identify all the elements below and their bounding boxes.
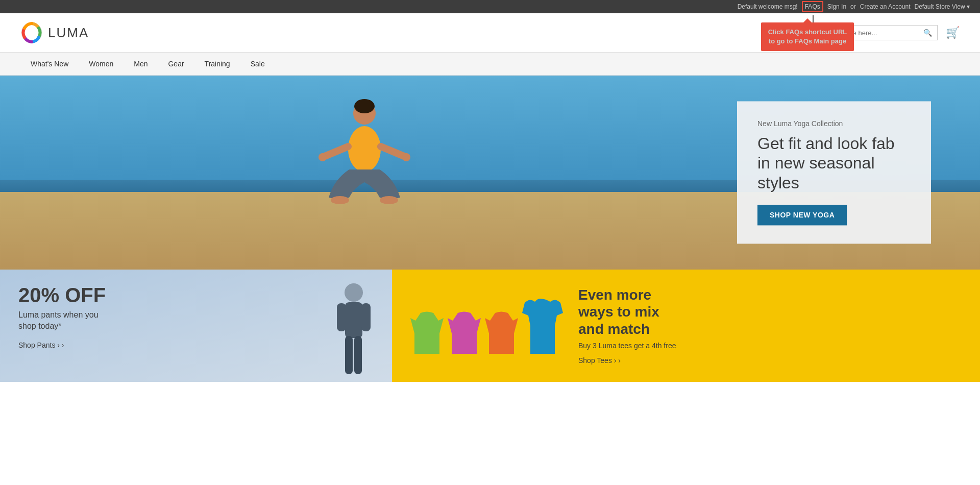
promo-discount: 20% OFF [18, 285, 374, 305]
hero-card: New Luma Yoga Collection Get fit and loo… [737, 101, 931, 244]
shop-pants-link[interactable]: Shop Pants › [18, 341, 64, 349]
tooltip-arrow [803, 18, 812, 22]
tee-green [410, 308, 444, 354]
svg-point-7 [402, 153, 410, 161]
tee-blue-tank [522, 298, 563, 354]
nav-item-men[interactable]: Men [124, 53, 158, 75]
sign-in-link[interactable]: Sign In [827, 3, 846, 10]
svg-rect-14 [345, 336, 353, 374]
promo-left-text: Luma pants when youshop today* [18, 309, 374, 332]
svg-point-10 [345, 283, 363, 302]
svg-line-5 [381, 147, 405, 157]
tee-magenta [448, 308, 481, 354]
svg-rect-13 [361, 303, 371, 331]
svg-rect-19 [530, 326, 555, 354]
svg-point-2 [354, 99, 375, 113]
svg-rect-17 [452, 333, 477, 354]
promo-right-subtitle: Buy 3 Luma tees get a 4th free [578, 342, 962, 350]
svg-point-8 [331, 196, 349, 204]
shop-yoga-button[interactable]: Shop New Yoga [757, 205, 847, 226]
promo-right-title: Even moreways to mixand match [578, 286, 962, 338]
man-figure [331, 280, 377, 382]
search-icon[interactable]: 🔍 [923, 29, 932, 37]
promo-right: Even moreways to mixand match Buy 3 Luma… [392, 270, 980, 382]
tooltip-text: Click FAQs shortcut URLto go to FAQs Mai… [768, 28, 847, 45]
tee-orange [485, 308, 518, 354]
shop-tees-link[interactable]: Shop Tees › [578, 356, 621, 365]
top-bar: Default welcome msg! FAQs Click FAQs sho… [0, 0, 980, 13]
svg-point-9 [380, 196, 398, 204]
faqs-tooltip-container: FAQs Click FAQs shortcut URLto go to FAQ… [802, 3, 823, 10]
logo-text: LUMA [48, 25, 89, 41]
or-separator: or [850, 3, 856, 10]
logo[interactable]: LUMA [20, 21, 89, 44]
nav-item-sale[interactable]: Sale [240, 53, 275, 75]
svg-rect-16 [414, 333, 439, 354]
svg-point-3 [348, 126, 381, 172]
nav-item-whats-new[interactable]: What's New [20, 53, 79, 75]
promo-right-text: Even moreways to mixand match Buy 3 Luma… [578, 286, 962, 366]
welcome-message: Default welcome msg! [738, 3, 798, 10]
svg-line-4 [324, 147, 348, 157]
hero-subtitle: New Luma Yoga Collection [757, 119, 911, 128]
logo-icon [20, 21, 43, 44]
promo-left: 20% OFF Luma pants when youshop today* S… [0, 270, 392, 382]
hero-banner: New Luma Yoga Collection Get fit and loo… [0, 76, 980, 270]
faqs-link[interactable]: FAQs [802, 1, 823, 12]
tees-display [410, 298, 563, 354]
svg-rect-15 [354, 336, 362, 374]
svg-point-6 [318, 153, 327, 161]
yoga-figure [313, 98, 415, 215]
nav-item-women[interactable]: Women [79, 53, 124, 75]
promo-section: 20% OFF Luma pants when youshop today* S… [0, 270, 980, 382]
navigation: What's New Women Men Gear Training Sale [0, 53, 980, 76]
nav-item-gear[interactable]: Gear [158, 53, 194, 75]
hero-title: Get fit and look fab in new seasonal sty… [757, 134, 911, 192]
tooltip-line [813, 15, 814, 22]
cart-icon[interactable]: 🛒 [946, 26, 960, 39]
nav-item-training[interactable]: Training [194, 53, 240, 75]
tooltip-box: Click FAQs shortcut URLto go to FAQs Mai… [761, 22, 854, 51]
svg-rect-11 [345, 302, 362, 338]
store-view-selector[interactable]: Default Store View [914, 3, 970, 10]
svg-rect-18 [489, 333, 514, 354]
svg-rect-12 [337, 303, 346, 331]
create-account-link[interactable]: Create an Account [860, 3, 911, 10]
